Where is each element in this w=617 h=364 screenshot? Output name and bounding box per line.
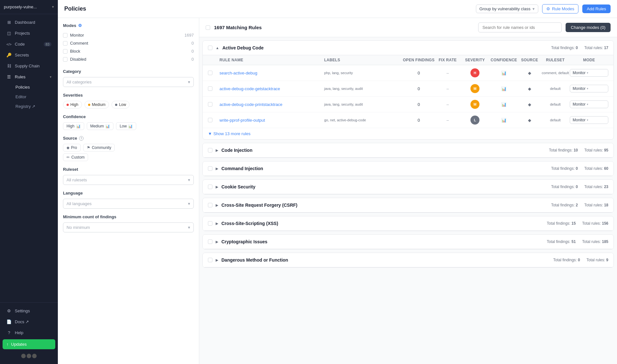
search-wrapper (478, 22, 562, 32)
vuln-crypto-meta: Total findings: 51 Total rules: 185 (547, 239, 608, 244)
confidence-high-chart-icon: 📊 (76, 124, 81, 128)
rule-row-checkbox-4[interactable] (208, 118, 212, 122)
mode-select-monitor-1[interactable]: Monitor ▾ (570, 69, 608, 77)
sidebar-item-label: Dashboard (15, 20, 35, 25)
crypto-total-rules: Total rules: 185 (582, 239, 608, 244)
confidence-low-badge[interactable]: Low 📊 (116, 122, 136, 130)
vuln-group-dangerous-method-header[interactable]: ▶ Dangerous Method or Function Total fin… (203, 253, 613, 267)
severity-low-pill[interactable]: Low (112, 101, 130, 108)
add-rules-button[interactable]: Add Rules (582, 4, 611, 13)
mode-disabled-checkbox[interactable] (63, 57, 67, 62)
source-tags-row2: ✏ Custom (63, 153, 194, 161)
group-by-label: Group by vulnerability class (479, 6, 531, 11)
vuln-dangerous-method-meta: Total findings: 0 Total rules: 9 (553, 258, 608, 262)
mode-select-monitor-4[interactable]: Monitor ▾ (570, 116, 608, 124)
mode-monitor-checkbox[interactable] (63, 33, 67, 38)
rule-severity-3: M (461, 100, 489, 109)
group-xss-checkbox[interactable] (208, 221, 212, 226)
rule-link-search-active-debug[interactable]: search-active-debug (219, 71, 257, 75)
mode-select-monitor-3[interactable]: Monitor ▾ (570, 100, 608, 108)
secrets-icon: 🔑 (6, 53, 12, 57)
sidebar-item-registry[interactable]: Registry ↗ (13, 102, 56, 111)
rules-table-header: Rule name Labels Open findings Fix rate … (203, 55, 613, 65)
source-custom-tag[interactable]: ✏ Custom (63, 153, 88, 161)
select-all-checkbox[interactable] (206, 25, 210, 30)
sidebar-item-help[interactable]: ? Help (2, 327, 56, 338)
group-active-debug-checkbox[interactable] (208, 46, 212, 50)
active-debug-total-findings: Total findings: 0 (551, 46, 578, 50)
rule-link-pprof[interactable]: write-pprof-profile-output (219, 118, 265, 123)
source-info-icon[interactable]: ? (79, 136, 84, 141)
sidebar-updates-item[interactable]: ↑ Updates (3, 339, 55, 349)
category-select[interactable]: All categories ▾ (63, 77, 194, 87)
dangerous-method-total-findings: Total findings: 0 (553, 258, 580, 262)
ruleset-select[interactable]: All rulesets ▾ (63, 175, 194, 185)
sidebar-item-code[interactable]: </> Code 83 (2, 39, 56, 49)
source-community-tag[interactable]: ⚑ Community (83, 144, 115, 152)
vuln-group-code-injection-header[interactable]: ▶ Code Injection Total findings: 10 Tota… (203, 143, 613, 158)
vuln-group-active-debug-header[interactable]: ▲ Active Debug Code Total findings: 0 To… (203, 41, 613, 55)
settings-label: Settings (15, 308, 30, 313)
rule-confidence-2: 📊 (489, 86, 518, 91)
rule-link-printstacktrace[interactable]: active-debug-code-printstacktrace (219, 102, 282, 107)
sidebar-item-projects[interactable]: ◫ Projects (2, 28, 56, 39)
sidebar-item-editor[interactable]: Editor (13, 92, 56, 101)
sidebar-item-dashboard[interactable]: ⊞ Dashboard (2, 17, 56, 28)
vuln-group-csrf-header[interactable]: ▶ Cross-Site Request Forgery (CSRF) Tota… (203, 198, 613, 212)
rule-row-checkbox-2[interactable] (208, 86, 212, 91)
mode-block-checkbox[interactable] (63, 49, 67, 54)
change-modes-label: Change modes (0) (571, 25, 605, 30)
rule-link-getstacktrace[interactable]: active-debug-code-getstacktrace (219, 86, 280, 91)
rules-count: 1697 Matching Rules (214, 25, 474, 30)
language-select[interactable]: All languages ▾ (63, 199, 194, 209)
code-icon: </> (6, 42, 12, 46)
mode-block-label[interactable]: Block (63, 49, 80, 54)
sidebar-item-supply-chain[interactable]: ⛓ Supply Chain (2, 61, 56, 71)
show-more-active-debug[interactable]: ▼ Show 13 more rules (203, 128, 613, 139)
group-code-injection-checkbox[interactable] (208, 148, 212, 152)
vuln-group-crypto-header[interactable]: ▶ Cryptographic Issues Total findings: 5… (203, 235, 613, 249)
sidebar-footer: ⚙ Settings 📄 Docs ↗ ? Help ↑ Updates (0, 302, 58, 364)
col-confidence-header: Confidence (489, 58, 518, 62)
mode-monitor-label[interactable]: Monitor (63, 33, 84, 38)
mode-comment-label[interactable]: Comment (63, 41, 88, 46)
medium-label: Medium (92, 102, 106, 107)
mode-select-monitor-2[interactable]: Monitor ▾ (570, 85, 608, 92)
confidence-high-badge[interactable]: High 📊 (63, 122, 84, 130)
sidebar-item-settings[interactable]: ⚙ Settings (2, 306, 56, 316)
rule-row-checkbox-1[interactable] (208, 71, 212, 75)
sidebar-item-docs[interactable]: 📄 Docs ↗ (2, 316, 56, 327)
min-findings-select[interactable]: No minimum ▾ (63, 222, 194, 232)
group-cookie-security-checkbox[interactable] (208, 185, 212, 189)
sidebar-header[interactable]: purposely-vulne... ▾ (0, 0, 58, 14)
source-pro-tag[interactable]: ◆ Pro (63, 144, 81, 152)
filters-panel: Modes ⚙ Monitor 1697 Comment 0 (58, 18, 199, 364)
vuln-group-xss-header[interactable]: ▶ Cross-Site-Scripting (XSS) Total findi… (203, 216, 613, 231)
group-crypto-checkbox[interactable] (208, 239, 212, 244)
rule-open-findings-4: 0 (403, 118, 435, 123)
projects-icon: ◫ (6, 31, 12, 36)
rule-labels-4: go, net, active-debug-code (324, 118, 403, 122)
rule-mode-1: Monitor ▾ (570, 69, 608, 77)
sidebar-item-policies[interactable]: Policies (13, 82, 56, 92)
mode-disabled-label[interactable]: Disabled (63, 57, 86, 62)
sidebar-item-secrets[interactable]: 🔑 Secrets (2, 50, 56, 60)
vuln-group-cookie-security-header[interactable]: ▶ Cookie Security Total findings: 0 Tota… (203, 180, 613, 194)
vuln-group-command-injection-header[interactable]: ▶ Command Injection Total findings: 0 To… (203, 161, 613, 176)
rule-severity-1: H (461, 68, 489, 77)
mode-block-text: Block (70, 49, 80, 54)
sidebar-item-rules[interactable]: ☰ Rules ▾ (2, 72, 56, 82)
mode-comment-checkbox[interactable] (63, 41, 67, 46)
group-dangerous-method-checkbox[interactable] (208, 258, 212, 262)
group-csrf-checkbox[interactable] (208, 203, 212, 207)
change-modes-button[interactable]: Change modes (0) (566, 23, 611, 32)
severity-high-pill[interactable]: High (63, 101, 82, 108)
group-by-select[interactable]: Group by vulnerability class ▾ (476, 4, 538, 13)
rule-modes-button[interactable]: ⚙ Rule Modes (542, 4, 578, 13)
group-command-injection-checkbox[interactable] (208, 166, 212, 171)
rule-row-checkbox-3[interactable] (208, 102, 212, 107)
severity-medium-pill[interactable]: Medium (85, 101, 109, 108)
confidence-low-chart-icon: 📊 (128, 124, 133, 128)
search-input[interactable] (478, 22, 562, 32)
confidence-medium-badge[interactable]: Medium 📊 (87, 122, 114, 130)
